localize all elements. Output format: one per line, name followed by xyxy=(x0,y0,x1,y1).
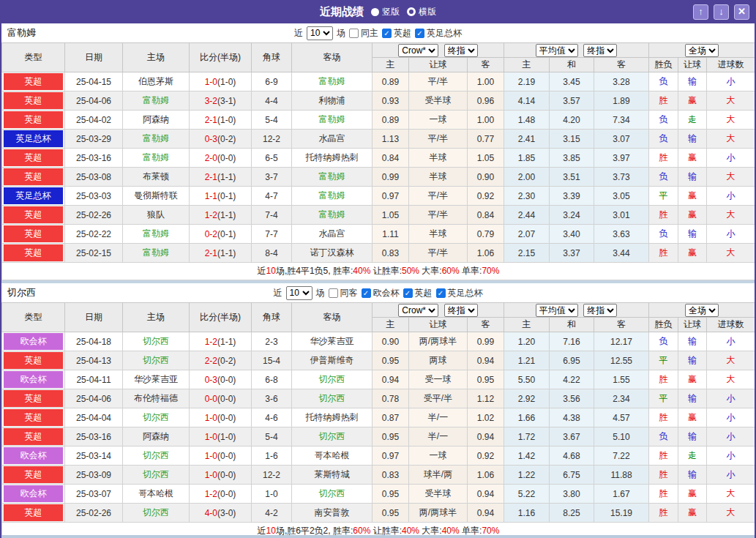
radio-vertical[interactable]: 竖版 xyxy=(371,6,400,18)
corners: 2-3 xyxy=(252,332,292,351)
corners: 1-0 xyxy=(252,485,292,504)
summary-segment: 近 xyxy=(258,266,266,276)
up-arrow-icon: ↑ xyxy=(698,6,703,17)
match-date: 25-02-26 xyxy=(65,504,123,523)
same-side-toggle[interactable]: 同客 xyxy=(329,287,358,299)
crow-handicap: 受半球 xyxy=(409,485,468,504)
league-toggle[interactable]: ✓英超 xyxy=(382,27,411,40)
crow-handicap: 平/半 xyxy=(409,244,468,263)
result-handicap: 走 xyxy=(678,447,707,466)
close-button[interactable]: ✕ xyxy=(734,4,749,20)
crow-away-odds: 1.00 xyxy=(468,72,504,91)
league-type-cell: 英超 xyxy=(2,111,65,130)
match-date: 25-02-26 xyxy=(65,206,123,225)
avg-draw-odds: 7.16 xyxy=(550,332,594,351)
league-checkbox[interactable]: ✓ xyxy=(403,288,413,298)
col-type: 类型 xyxy=(2,43,65,72)
final-odds-select-2[interactable]: 终指 xyxy=(583,44,617,57)
league-type-cell: 英超 xyxy=(2,206,65,225)
avg-draw-odds: 6.95 xyxy=(550,351,594,370)
recent-label: 近 xyxy=(274,287,282,299)
halftime-score: (0-0) xyxy=(217,451,236,461)
home-team: 富勒姆 xyxy=(123,225,190,244)
avg-home-odds: 5.22 xyxy=(504,485,550,504)
summary-segment: 50% xyxy=(402,266,419,276)
avg-draw-odds: 3.67 xyxy=(550,427,594,447)
score-cell: 2-1(1-0) xyxy=(190,111,252,130)
fulltime-score: 1-2 xyxy=(205,337,217,347)
crow-away-odds: 0.79 xyxy=(468,225,504,244)
odds-source-select[interactable]: Crow* xyxy=(398,304,438,317)
halftime-score: (0-2) xyxy=(217,134,236,144)
avg-draw-odds: 4.20 xyxy=(550,111,594,130)
home-team: 切尔西 xyxy=(123,332,190,351)
recent-count-select[interactable]: 10 xyxy=(286,286,312,300)
league-toggle[interactable]: ✓欧会杯 xyxy=(362,287,400,299)
crow-away-odds: 0.94 xyxy=(468,485,504,504)
average-odds-select[interactable]: 平均值 xyxy=(536,44,578,57)
summary-segment: 40% xyxy=(402,526,419,536)
bottom-border xyxy=(1,535,755,538)
home-team: 富勒姆 xyxy=(123,244,190,263)
league-toggle[interactable]: ✓英足总杯 xyxy=(415,27,462,40)
league-toggle[interactable]: ✓英超 xyxy=(403,287,433,299)
league-type-cell: 欧会杯 xyxy=(2,332,65,351)
away-team: 切尔西 xyxy=(292,427,373,447)
final-odds-select[interactable]: 终指 xyxy=(444,304,478,317)
avg-home-odds: 2.92 xyxy=(504,389,550,408)
move-down-button[interactable]: ↓ xyxy=(714,4,729,20)
league-badge: 英超 xyxy=(4,428,63,445)
halftime-score: (0-0) xyxy=(217,413,236,423)
crow-home-odds: 0.78 xyxy=(373,389,409,408)
final-odds-select-2[interactable]: 终指 xyxy=(583,304,617,317)
result-handicap: 输 xyxy=(678,130,707,149)
fulltime-score: 0-3 xyxy=(205,375,217,385)
avg-away-odds: 4.57 xyxy=(594,408,649,427)
match-date: 25-03-29 xyxy=(65,130,123,149)
odds-source-select[interactable]: Crow* xyxy=(398,44,438,57)
crow-home-odds: 0.97 xyxy=(373,187,409,206)
average-odds-select[interactable]: 平均值 xyxy=(536,304,578,317)
league-checkbox[interactable]: ✓ xyxy=(362,288,371,298)
league-checkbox[interactable]: ✓ xyxy=(415,29,424,38)
league-type-cell: 英超 xyxy=(2,351,65,370)
score-cell: 1-2(0-0) xyxy=(190,485,252,504)
full-match-select[interactable]: 全场 xyxy=(685,304,719,317)
match-row: 英超25-03-09切尔西1-0(0-0)12-2莱斯特城0.83球半/两1.0… xyxy=(2,466,755,485)
result-handicap: 输 xyxy=(678,427,707,447)
halftime-score: (0-0) xyxy=(217,153,236,163)
final-odds-select[interactable]: 终指 xyxy=(444,44,478,57)
same-side-toggle[interactable]: 同主 xyxy=(349,27,378,40)
avg-draw-odds: 3.80 xyxy=(550,485,594,504)
score-cell: 1-2(1-1) xyxy=(190,332,252,351)
league-label: 英足总杯 xyxy=(448,287,483,299)
league-toggle[interactable]: ✓英足总杯 xyxy=(436,287,483,299)
full-match-select[interactable]: 全场 xyxy=(685,44,719,57)
result-goals: 大 xyxy=(707,504,755,523)
crow-home-odds: 0.94 xyxy=(373,370,409,389)
home-team: 切尔西 xyxy=(123,466,190,485)
league-checkbox[interactable]: ✓ xyxy=(382,29,392,38)
match-row: 英超25-02-22富勒姆0-2(0-1)7-7水晶宫1.11半球0.792.0… xyxy=(2,225,755,244)
avg-home-odds: 2.19 xyxy=(504,72,550,91)
match-date: 25-04-15 xyxy=(65,72,123,91)
move-up-button[interactable]: ↑ xyxy=(693,4,708,20)
corners: 4-4 xyxy=(252,91,292,111)
fulltime-score: 1-0 xyxy=(205,470,217,480)
league-type-cell: 英超 xyxy=(2,504,65,523)
same-side-checkbox[interactable] xyxy=(329,288,338,298)
halftime-score: (1-1) xyxy=(217,210,236,220)
league-badge: 欧会杯 xyxy=(4,485,63,502)
score-cell: 1-0(1-0) xyxy=(190,427,252,447)
away-team: 利物浦 xyxy=(292,91,373,111)
crow-home-odds: 0.93 xyxy=(373,91,409,111)
crow-away-odds: 1.12 xyxy=(468,389,504,408)
score-cell: 2-1(1-1) xyxy=(190,168,252,187)
radio-horizontal[interactable]: 横版 xyxy=(407,6,436,18)
same-side-checkbox[interactable] xyxy=(349,29,359,38)
score-cell: 1-0(1-0) xyxy=(190,72,252,91)
avg-home-odds: 2.30 xyxy=(504,187,550,206)
league-checkbox[interactable]: ✓ xyxy=(436,288,446,298)
match-date: 25-03-16 xyxy=(65,427,123,447)
recent-count-select[interactable]: 10 xyxy=(307,26,333,40)
